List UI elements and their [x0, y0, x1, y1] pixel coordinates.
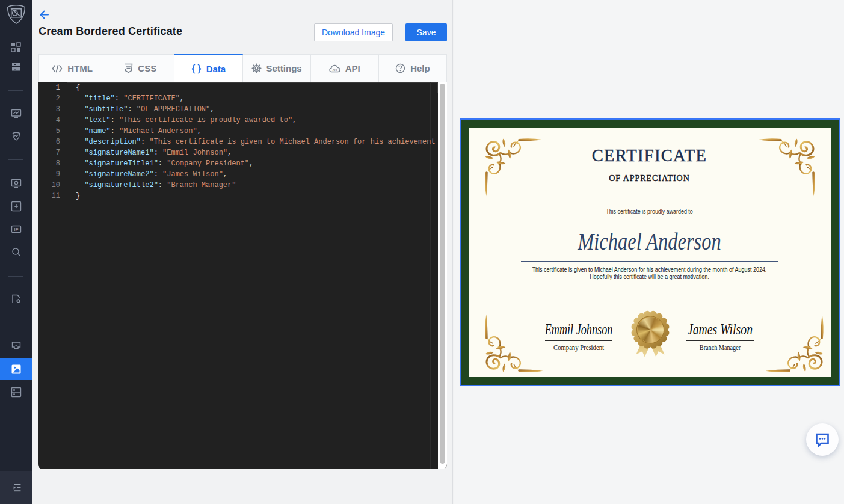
svg-text:IP: IP — [14, 227, 19, 232]
svg-text:API: API — [333, 68, 337, 71]
